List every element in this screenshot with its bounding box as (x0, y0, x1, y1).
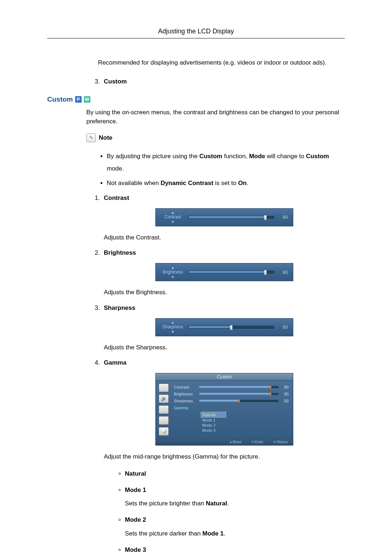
osd-row-contrast[interactable]: Contrast 90 (174, 384, 289, 390)
osd-sound-icon[interactable]: 🔊 (159, 394, 169, 403)
arrow-down-icon: ▼ (171, 330, 175, 334)
slider-thumb[interactable] (230, 325, 233, 330)
slider-value: 50 (278, 324, 288, 330)
slider-value: 90 (278, 214, 288, 220)
slider-arrows: ▲ Sharpness ▼ (161, 320, 185, 334)
section-title-text: Custom (47, 95, 73, 103)
osd-opt-mode3[interactable]: Mode 3 (201, 428, 226, 433)
item-label: Gamma (104, 359, 345, 366)
osd-opt-mode1[interactable]: Mode 1 (201, 418, 226, 423)
badge-m-icon: M (84, 96, 90, 103)
note-item: Not available when Dynamic Contrast is s… (107, 177, 345, 189)
slider-arrows: ▲ Contrast ▼ (161, 210, 185, 224)
osd-footer-move: ♦ Move (230, 440, 241, 444)
osd-footer: ♦ Move ⏎ Enter ↺ Return (156, 439, 293, 445)
note-item: By adjusting the picture using the Custo… (107, 150, 345, 175)
item-desc: Adjusts the Sharpness. (104, 343, 345, 352)
arrow-up-icon: ▲ (171, 210, 175, 214)
note-label: Note (99, 134, 113, 141)
note-row: ✎ Note (86, 134, 345, 142)
item-label: Brightness (104, 249, 345, 257)
slider-track[interactable] (188, 271, 274, 274)
prelist-item-label: Custom (104, 78, 127, 85)
gamma-options-list: Natural Mode 1 Sets the picture brighter… (115, 469, 345, 554)
slider-track[interactable] (188, 326, 274, 329)
gamma-opt-mode2: Mode 2 Sets the picture darker than Mode… (125, 515, 345, 538)
osd-footer-enter: ⏎ Enter (251, 440, 264, 444)
note-list: By adjusting the picture using the Custo… (98, 150, 345, 189)
section-intro: By using the on-screen menus, the contra… (86, 108, 345, 126)
osd-picture-icon[interactable]: 🖼 (159, 383, 169, 392)
header-title: Adjusting the LCD Display (158, 28, 234, 35)
contrast-slider[interactable]: ▲ Contrast ▼ 90 (155, 208, 293, 226)
slider-thumb[interactable] (264, 270, 267, 275)
item-label: Sharpness (104, 304, 345, 312)
item-sharpness: Sharpness ▲ Sharpness ▼ 50 Adjusts the S… (102, 304, 345, 352)
gamma-opt-natural: Natural (125, 469, 345, 479)
page-header: Adjusting the LCD Display (47, 28, 345, 38)
slider-thumb[interactable] (264, 215, 267, 220)
item-contrast: Contrast ▲ Contrast ▼ 90 Adjusts the Con… (102, 194, 345, 242)
osd-setup-icon[interactable]: ⚙ (159, 416, 169, 425)
slider-track[interactable] (188, 216, 274, 219)
osd-title: Custom (156, 373, 293, 381)
item-gamma: Gamma Custom 🖼 🔊 ⏱ ⚙ 📊 Contrast (102, 359, 345, 554)
slider-value: 90 (278, 270, 288, 275)
item-brightness: Brightness ▲ Brightness ▼ 90 Adjusts the… (102, 249, 345, 297)
note-icon: ✎ (86, 134, 96, 142)
osd-clock-icon[interactable]: ⏱ (159, 405, 169, 414)
osd-gamma-options: Natural Mode 1 Mode 2 Mode 3 (174, 412, 289, 433)
numbered-items: Contrast ▲ Contrast ▼ 90 Adjusts the Con… (91, 194, 345, 554)
slider-arrows: ▲ Brightness ▼ (161, 266, 185, 279)
arrow-up-icon: ▲ (171, 320, 175, 324)
brightness-slider[interactable]: ▲ Brightness ▼ 90 (155, 263, 293, 281)
prelist: Custom (91, 75, 345, 88)
intro-text: Recommended for displaying advertisement… (98, 58, 345, 67)
osd-row-sharpness[interactable]: Sharpness 50 (174, 398, 289, 403)
gamma-opt-mode3: Mode 3 Increases the contrast between da… (125, 545, 345, 554)
gamma-desc: Adjust the mid-range brightness (Gamma) … (104, 452, 345, 461)
arrow-down-icon: ▼ (171, 220, 175, 224)
arrow-up-icon: ▲ (171, 266, 175, 270)
osd-row-gamma[interactable]: Gamma (174, 405, 289, 410)
osd-row-brightness[interactable]: Brightness 90 (174, 391, 289, 397)
osd-footer-return: ↺ Return (273, 440, 288, 444)
item-desc: Adjusts the Contrast. (104, 233, 345, 242)
osd-opt-mode2[interactable]: Mode 2 (201, 423, 226, 428)
sharpness-slider[interactable]: ▲ Sharpness ▼ 50 (155, 318, 293, 336)
osd-side-icons: 🖼 🔊 ⏱ ⚙ 📊 (156, 381, 172, 439)
item-desc: Adjusts the Brightness. (104, 288, 345, 297)
arrow-down-icon: ▼ (171, 275, 175, 279)
osd-opt-natural[interactable]: Natural (201, 412, 226, 418)
section-heading: Custom P M (47, 95, 345, 103)
gamma-opt-mode1: Mode 1 Sets the picture brighter than Na… (125, 485, 345, 508)
badge-p-icon: P (75, 96, 82, 103)
osd-multi-icon[interactable]: 📊 (159, 427, 169, 436)
gamma-osd-panel: Custom 🖼 🔊 ⏱ ⚙ 📊 Contrast 90 (155, 373, 293, 446)
item-label: Contrast (104, 194, 345, 202)
